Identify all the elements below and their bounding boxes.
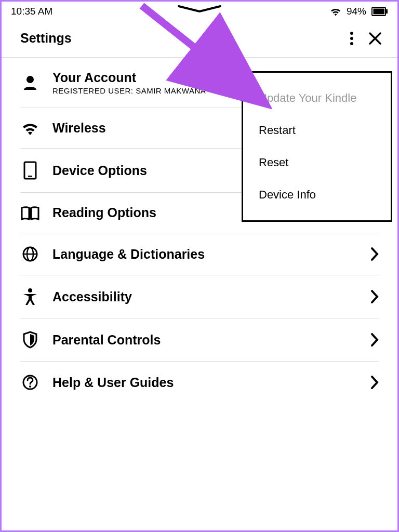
menu-item-reset[interactable]: Reset (243, 147, 391, 179)
settings-item-help[interactable]: Help & User Guides (20, 362, 379, 403)
globe-icon (22, 246, 38, 262)
settings-header: Settings (2, 19, 397, 58)
help-icon (22, 374, 38, 391)
overflow-menu: Update Your Kindle Restart Reset Device … (242, 71, 392, 222)
page-title: Settings (20, 31, 72, 46)
chevron-right-icon (370, 332, 379, 347)
accessibility-label: Accessibility (52, 289, 358, 304)
language-label: Language & Dictionaries (52, 247, 358, 262)
menu-item-restart[interactable]: Restart (243, 114, 391, 147)
menu-item-deviceinfo[interactable]: Device Info (243, 179, 391, 211)
svg-point-3 (350, 32, 353, 35)
svg-rect-2 (386, 9, 388, 14)
settings-item-language[interactable]: Language & Dictionaries (20, 233, 379, 275)
svg-rect-1 (374, 9, 385, 15)
svg-point-13 (28, 288, 32, 292)
wifi-icon (21, 121, 39, 136)
help-label: Help & User Guides (52, 375, 358, 390)
device-icon (23, 161, 37, 180)
pull-handle-icon[interactable] (176, 5, 223, 14)
menu-item-update[interactable]: Update Your Kindle (243, 82, 391, 114)
shield-icon (22, 331, 38, 349)
settings-item-parental[interactable]: Parental Controls (20, 318, 379, 362)
close-icon[interactable] (368, 32, 382, 45)
chevron-right-icon (370, 289, 379, 304)
svg-point-5 (350, 42, 353, 45)
battery-icon (371, 7, 388, 16)
svg-point-6 (26, 76, 34, 83)
battery-percent: 94% (347, 6, 366, 17)
settings-item-accessibility[interactable]: Accessibility (20, 275, 379, 318)
book-icon (21, 206, 39, 220)
chevron-right-icon (370, 375, 379, 390)
svg-rect-8 (28, 176, 32, 177)
svg-point-4 (350, 37, 353, 40)
person-icon (22, 74, 38, 91)
chevron-right-icon (370, 247, 379, 261)
svg-point-15 (29, 385, 31, 388)
status-time: 10:35 AM (11, 6, 52, 17)
accessibility-icon (22, 288, 38, 305)
wifi-icon (330, 7, 341, 16)
overflow-menu-icon[interactable] (350, 31, 354, 46)
parental-label: Parental Controls (52, 332, 358, 348)
